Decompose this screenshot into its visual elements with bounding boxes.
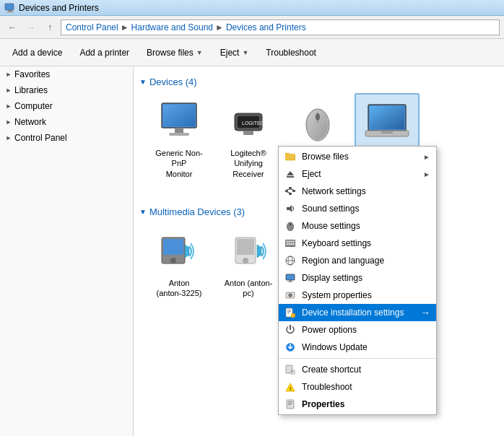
svg-rect-32: [289, 193, 292, 195]
nav-favorites[interactable]: ► Favorites: [0, 66, 133, 82]
ctx-device-install-label: Device installation settings: [302, 308, 412, 318]
ctx-browse-files-arrow: ►: [423, 153, 430, 161]
ctx-region-label: Region and language: [302, 256, 430, 266]
svg-rect-71: [288, 403, 292, 404]
device-usb[interactable]: LOGITECH Logitech®Unifying Receiver: [216, 93, 281, 195]
svg-rect-60: [287, 310, 291, 310]
title-bar-text: Devices and Printers: [19, 3, 99, 13]
ctx-eject[interactable]: Eject ►: [279, 165, 436, 183]
svg-rect-54: [289, 280, 292, 282]
browse-files-button[interactable]: Browse files ▼: [139, 43, 211, 63]
ctx-system-label: System properties: [302, 290, 430, 300]
svg-rect-61: [287, 311, 291, 312]
eject-icon: [284, 168, 296, 180]
ctx-mouse-settings[interactable]: Mouse settings: [279, 217, 436, 235]
ctx-properties[interactable]: Properties: [279, 396, 436, 413]
ctx-sound-label: Sound settings: [302, 204, 430, 214]
svg-rect-2: [6, 12, 14, 13]
eject-button[interactable]: Eject ▼: [212, 43, 257, 63]
network-icon: [284, 186, 296, 197]
ctx-network-label: Network settings: [302, 186, 430, 196]
svg-point-40: [290, 223, 292, 226]
ctx-region-language[interactable]: Region and language: [279, 252, 436, 269]
svg-rect-16: [370, 106, 404, 129]
ctx-power-options[interactable]: Power options: [279, 321, 436, 339]
keyboard-icon: [284, 237, 296, 249]
device-usb-label: Logitech®Unifying Receiver: [220, 148, 277, 179]
ctx-device-installation[interactable]: ! Device installation settings →: [279, 304, 436, 321]
device-anton-pc-icon: [225, 229, 271, 275]
main-content: ► Favorites ► Libraries ► Computer ► Net…: [0, 66, 504, 436]
troubleshoot-label: Troubleshoot: [266, 48, 316, 58]
device-anton-3225-icon: [156, 229, 202, 275]
svg-rect-33: [292, 190, 295, 192]
nav-libraries[interactable]: ► Libraries: [0, 82, 133, 98]
svg-rect-20: [163, 239, 183, 255]
svg-rect-6: [169, 133, 189, 136]
svg-rect-72: [288, 404, 291, 405]
ctx-browse-files[interactable]: Browse files ►: [279, 148, 436, 165]
ctx-network-settings[interactable]: Network settings: [279, 183, 436, 200]
ctx-system-properties[interactable]: System properties: [279, 287, 436, 304]
nav-control-panel[interactable]: ► Control Panel: [0, 130, 133, 146]
nav-computer[interactable]: ► Computer: [0, 98, 133, 114]
device-monitor[interactable]: Generic Non-PnPMonitor: [147, 93, 212, 195]
path-control-panel[interactable]: Control Panel: [66, 22, 118, 32]
ctx-create-shortcut[interactable]: Create shortcut: [279, 361, 436, 378]
devices-arrow: ▼: [139, 78, 147, 86]
device-monitor-icon: [156, 99, 202, 145]
ctx-keyboard-settings[interactable]: Keyboard settings: [279, 235, 436, 252]
up-button[interactable]: ↑: [42, 19, 58, 35]
ctx-windows-update[interactable]: Windows Update: [279, 339, 436, 356]
svg-text:LOGITECH: LOGITECH: [242, 121, 268, 126]
svg-marker-28: [287, 171, 294, 175]
device-mouse-icon: [295, 99, 341, 145]
shortcut-icon: [284, 364, 296, 375]
svg-rect-49: [293, 243, 295, 245]
back-button[interactable]: ←: [4, 19, 20, 35]
ctx-eject-label: Eject: [302, 169, 417, 179]
svg-rect-53: [286, 274, 295, 280]
path-devices-printers[interactable]: Devices and Printers: [226, 22, 306, 32]
device-anton-3225-label: Anton(anton-3225): [157, 278, 202, 299]
ctx-display-label: Display settings: [302, 273, 430, 283]
svg-rect-23: [237, 239, 254, 255]
content-area: ▼ Devices (4): [134, 66, 504, 436]
multimedia-arrow: ▼: [139, 208, 147, 216]
path-hardware-sound[interactable]: Hardware and Sound: [131, 22, 213, 32]
left-pane: ► Favorites ► Libraries ► Computer ► Net…: [0, 66, 134, 436]
eject-arrow: ▼: [242, 49, 248, 56]
svg-point-24: [243, 258, 248, 263]
device-laptop-icon: [364, 99, 410, 145]
nav-network[interactable]: ► Network: [0, 114, 133, 130]
folder-icon: [284, 151, 296, 162]
troubleshoot-button[interactable]: Troubleshoot: [258, 43, 324, 63]
device-anton-3225[interactable]: Anton(anton-3225): [147, 223, 212, 305]
add-device-label: Add a device: [12, 48, 62, 58]
ctx-display-settings[interactable]: Display settings: [279, 269, 436, 287]
svg-rect-62: [287, 313, 290, 313]
devices-title[interactable]: Devices (4): [149, 77, 197, 87]
svg-rect-5: [175, 128, 183, 133]
ctx-browse-files-label: Browse files: [302, 152, 417, 162]
svg-rect-45: [293, 241, 295, 243]
ctx-sound-settings[interactable]: Sound settings: [279, 200, 436, 217]
ctx-properties-label: Properties: [302, 399, 430, 409]
system-icon: [284, 289, 296, 301]
add-printer-button[interactable]: Add a printer: [71, 43, 137, 63]
device-anton-pc[interactable]: Anton (anton-pc): [216, 223, 281, 305]
svg-point-58: [290, 295, 292, 297]
browse-files-label: Browse files: [147, 48, 194, 58]
svg-rect-46: [287, 243, 288, 245]
add-device-button[interactable]: Add a device: [4, 43, 70, 63]
ctx-separator-1: [279, 358, 436, 359]
ctx-troubleshoot[interactable]: ! Troubleshoot: [279, 378, 436, 396]
update-icon: [284, 341, 296, 353]
svg-rect-47: [289, 243, 290, 245]
region-icon: [284, 255, 296, 266]
forward-button[interactable]: →: [23, 19, 39, 35]
svg-rect-48: [291, 243, 292, 245]
svg-rect-70: [288, 401, 292, 402]
ctx-power-label: Power options: [302, 325, 430, 335]
multimedia-title[interactable]: Multimedia Devices (3): [149, 206, 245, 217]
